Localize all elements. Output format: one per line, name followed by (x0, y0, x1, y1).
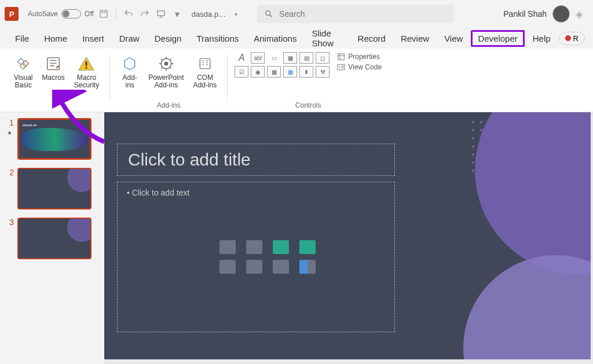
insert-table-icon[interactable] (273, 260, 289, 274)
insert-video-icon[interactable] (246, 260, 262, 274)
thumbnail-panel[interactable]: 1 ★ dasda.sa 2 3 (0, 112, 104, 364)
macros-icon (44, 54, 63, 73)
control-scrollbar-icon[interactable]: ⬍ (299, 66, 313, 78)
macro-security-icon (77, 54, 96, 73)
thumbnail-slide-2[interactable] (17, 168, 91, 209)
insert-picture-icon[interactable] (246, 240, 262, 254)
svg-point-7 (164, 62, 167, 65)
title-text: Click to add title (128, 150, 251, 170)
slide-canvas[interactable]: Click to add title • Click to add text (104, 112, 591, 359)
properties-label: Properties (348, 53, 380, 61)
control-checkbox-icon[interactable]: ☑ (235, 66, 248, 78)
record-button[interactable]: R (559, 32, 585, 45)
macro-security-button[interactable]: Macro Security (71, 52, 103, 91)
control-textbox-icon[interactable]: abl (251, 52, 265, 64)
thumbnail-row[interactable]: 2 (5, 168, 100, 209)
undo-icon[interactable] (122, 8, 135, 20)
thumbnail-row[interactable]: 3 (5, 218, 100, 259)
thumbnail-row[interactable]: 1 ★ dasda.sa (5, 118, 100, 160)
control-option-icon[interactable]: ◉ (251, 66, 265, 78)
save-icon[interactable] (97, 8, 110, 20)
decoration (67, 168, 91, 192)
autosave-label: AutoSave (28, 10, 58, 18)
svg-rect-1 (158, 11, 164, 16)
visual-basic-label: Visual Basic (14, 74, 32, 89)
com-addins-button[interactable]: COM Add-ins (190, 52, 221, 91)
view-code-button[interactable]: View Code (336, 62, 382, 72)
insert-stock-image-icon[interactable] (219, 240, 236, 254)
toggle-track[interactable] (61, 9, 81, 19)
workspace: 1 ★ dasda.sa 2 3 Click to add title (0, 112, 593, 364)
redo-icon[interactable] (138, 8, 151, 20)
insert-icon-icon[interactable] (273, 240, 289, 254)
tab-draw[interactable]: Draw (112, 30, 147, 47)
svg-rect-8 (200, 58, 210, 69)
thumbnail-slide-1[interactable]: dasda.sa (17, 118, 91, 160)
toggle-knob (63, 10, 69, 17)
visual-basic-button[interactable]: Visual Basic (10, 52, 36, 91)
decoration-circle (463, 255, 591, 359)
addins-button[interactable]: Add- ins (117, 52, 142, 91)
ribbon-tabs: File Home Insert Draw Design Transitions… (0, 28, 593, 49)
macros-button[interactable]: Macros (38, 52, 68, 91)
control-spin-icon[interactable]: ▦ (283, 66, 297, 78)
view-code-label: View Code (348, 63, 382, 71)
thumbnail-slide-3[interactable] (17, 218, 91, 259)
separator (109, 56, 110, 100)
svg-rect-4 (86, 61, 87, 66)
control-combobox-icon[interactable]: ▦ (283, 52, 297, 64)
filename-label[interactable]: dasda.p… (192, 10, 226, 19)
control-label-icon[interactable]: A (235, 52, 248, 64)
com-addins-icon (196, 54, 214, 73)
control-listbox-icon[interactable]: ▤ (299, 52, 313, 64)
user-name: Pankil Shah (503, 9, 547, 19)
diamond-icon[interactable]: ◈ (576, 9, 583, 20)
tab-record[interactable]: Record (351, 30, 393, 47)
decoration (67, 218, 91, 242)
avatar[interactable] (552, 5, 570, 23)
tab-file[interactable]: File (8, 30, 36, 47)
thumbnail-number: 3 (5, 218, 14, 227)
insert-3d-icon[interactable] (219, 260, 236, 274)
record-label: R (573, 34, 579, 43)
tab-view[interactable]: View (437, 30, 470, 47)
tab-transitions[interactable]: Transitions (189, 30, 246, 47)
content-placeholder[interactable]: • Click to add text (117, 182, 395, 332)
star-icon: ★ (7, 130, 12, 136)
autosave-toggle[interactable]: AutoSave Off (28, 9, 94, 19)
ribbon-group-code: Visual Basic Macros Macro Security Code (6, 52, 107, 112)
tab-developer[interactable]: Developer (471, 30, 524, 47)
properties-button[interactable]: Properties (336, 52, 382, 61)
qat-dropdown-icon[interactable]: ▾ (171, 8, 184, 20)
tab-review[interactable]: Review (394, 30, 436, 47)
group-controls-label: Controls (295, 101, 321, 112)
tab-help[interactable]: Help (526, 30, 558, 47)
view-code-icon (336, 62, 346, 72)
powerpoint-addins-button[interactable]: PowerPoint Add-ins (145, 52, 187, 91)
insert-chart-icon[interactable] (299, 260, 316, 274)
control-more-icon[interactable]: ⚒ (316, 66, 330, 78)
tab-animations[interactable]: Animations (247, 30, 303, 47)
filename-dropdown-icon[interactable]: ▾ (229, 8, 242, 20)
thumbnail-number: 2 (5, 168, 14, 177)
title-placeholder[interactable]: Click to add title (117, 144, 395, 176)
slide-area[interactable]: Click to add title • Click to add text (104, 112, 593, 364)
svg-rect-0 (100, 10, 107, 17)
control-toggle-icon[interactable]: ▦ (267, 66, 281, 78)
addins-label: Add- ins (122, 74, 137, 89)
control-button-icon[interactable]: ◻ (316, 52, 330, 64)
addins-icon (120, 54, 139, 73)
user-area[interactable]: Pankil Shah ◈ (503, 5, 588, 23)
tab-design[interactable]: Design (148, 30, 189, 47)
present-icon[interactable] (155, 8, 167, 20)
tab-slideshow[interactable]: Slide Show (305, 25, 349, 52)
separator (227, 56, 228, 100)
control-groupbox-icon[interactable]: ▭ (267, 52, 281, 64)
tab-insert[interactable]: Insert (75, 30, 111, 47)
title-bar: P AutoSave Off ▾ dasda.p… ▾ Search Panki… (0, 0, 593, 28)
properties-icon (336, 52, 346, 61)
tab-home[interactable]: Home (37, 30, 74, 47)
insert-smartart-icon[interactable] (299, 240, 316, 254)
macro-security-label: Macro Security (74, 74, 99, 89)
search-input[interactable]: Search (257, 5, 454, 23)
